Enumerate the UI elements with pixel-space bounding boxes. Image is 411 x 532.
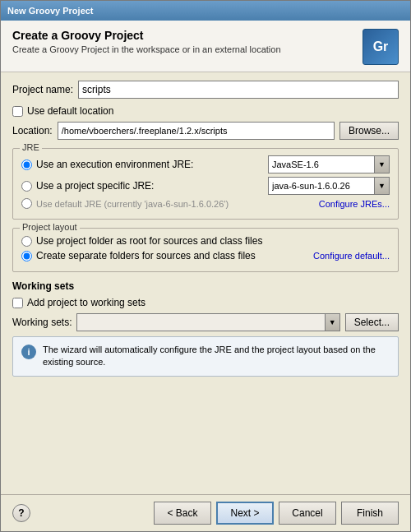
project-layout-group: Project layout Use project folder as roo… bbox=[12, 228, 399, 272]
groovy-icon: Gr bbox=[363, 29, 399, 65]
layout-option2-radio[interactable] bbox=[21, 251, 32, 261]
footer-buttons: < Back Next > Cancel Finish bbox=[154, 502, 399, 525]
project-layout-title: Project layout bbox=[20, 222, 80, 232]
jre-dropdown1-wrapper: ▼ bbox=[268, 155, 390, 173]
jre-option2-select[interactable] bbox=[268, 177, 375, 195]
next-button[interactable]: Next > bbox=[216, 502, 274, 525]
working-sets-section: Working sets Add project to working sets… bbox=[12, 280, 399, 331]
location-row: Location: Browse... bbox=[12, 122, 399, 140]
project-name-label: Project name: bbox=[12, 84, 73, 95]
jre-option2-row: Use a project specific JRE: ▼ bbox=[21, 177, 390, 195]
jre-option1-row: Use an execution environment JRE: ▼ bbox=[21, 155, 390, 173]
jre-option3-row: Use default JRE (currently 'java-6-sun-1… bbox=[21, 198, 390, 209]
add-working-sets-checkbox[interactable] bbox=[12, 298, 23, 308]
jre-option2-arrow[interactable]: ▼ bbox=[375, 177, 390, 195]
dialog-title: Create a Groovy Project bbox=[12, 29, 281, 42]
header-section: Create a Groovy Project Create a Groovy … bbox=[1, 21, 410, 72]
info-box: i The wizard will automatically configur… bbox=[12, 336, 399, 377]
finish-button[interactable]: Finish bbox=[341, 502, 399, 525]
working-sets-title: Working sets bbox=[12, 280, 74, 292]
working-sets-label: Working sets: bbox=[12, 317, 72, 328]
jre-option1-arrow[interactable]: ▼ bbox=[375, 155, 390, 173]
footer: ? < Back Next > Cancel Finish bbox=[1, 494, 410, 531]
back-button[interactable]: < Back bbox=[154, 502, 211, 525]
layout-option1-label: Use project folder as root for sources a… bbox=[36, 235, 390, 247]
jre-option2-radio[interactable] bbox=[21, 181, 32, 192]
select-button[interactable]: Select... bbox=[345, 313, 399, 331]
project-name-input[interactable] bbox=[78, 81, 399, 99]
layout-option1-radio[interactable] bbox=[21, 236, 32, 247]
location-label: Location: bbox=[12, 125, 53, 136]
info-text: The wizard will automatically configure … bbox=[43, 344, 390, 369]
configure-jres-link[interactable]: Configure JREs... bbox=[319, 199, 390, 209]
browse-button[interactable]: Browse... bbox=[339, 122, 399, 140]
jre-option1-select[interactable] bbox=[268, 155, 375, 173]
working-sets-arrow[interactable]: ▼ bbox=[326, 313, 340, 331]
layout-option1-row: Use project folder as root for sources a… bbox=[21, 235, 390, 247]
content-area: Project name: Use default location Locat… bbox=[1, 72, 410, 494]
jre-option1-label: Use an execution environment JRE: bbox=[36, 159, 268, 170]
jre-group: JRE Use an execution environment JRE: ▼ … bbox=[12, 148, 399, 220]
dialog-subtitle: Create a Groovy Project in the workspace… bbox=[12, 44, 281, 54]
titlebar-text: New Groovy Project bbox=[7, 6, 94, 16]
jre-option1-radio[interactable] bbox=[21, 160, 32, 170]
header-text: Create a Groovy Project Create a Groovy … bbox=[12, 29, 281, 54]
layout-option2-row: Create separate folders for sources and … bbox=[21, 250, 390, 261]
jre-option3-label: Use default JRE (currently 'java-6-sun-1… bbox=[36, 199, 319, 209]
help-button[interactable]: ? bbox=[12, 504, 30, 522]
working-sets-input-row: Working sets: ▼ Select... bbox=[12, 313, 399, 331]
jre-dropdown2-wrapper: ▼ bbox=[268, 177, 390, 195]
configure-default-link[interactable]: Configure default... bbox=[313, 251, 390, 261]
layout-option2-label: Create separate folders for sources and … bbox=[36, 250, 313, 261]
working-sets-dropdown-wrapper: ▼ bbox=[76, 313, 339, 331]
working-sets-input[interactable] bbox=[76, 313, 325, 331]
location-input[interactable] bbox=[58, 122, 335, 140]
project-name-row: Project name: bbox=[12, 81, 399, 99]
jre-option2-label: Use a project specific JRE: bbox=[36, 180, 268, 192]
dialog-window: New Groovy Project Create a Groovy Proje… bbox=[0, 0, 411, 532]
titlebar: New Groovy Project bbox=[1, 1, 410, 21]
jre-group-title: JRE bbox=[20, 142, 42, 152]
default-location-row: Use default location bbox=[12, 105, 399, 117]
add-working-sets-label: Add project to working sets bbox=[27, 297, 145, 308]
jre-option3-radio[interactable] bbox=[21, 198, 32, 209]
footer-left: ? bbox=[12, 504, 30, 522]
default-location-label: Use default location bbox=[27, 105, 113, 117]
add-working-sets-row: Add project to working sets bbox=[12, 297, 399, 308]
default-location-checkbox[interactable] bbox=[12, 106, 23, 117]
cancel-button[interactable]: Cancel bbox=[279, 502, 336, 525]
info-icon: i bbox=[21, 345, 36, 359]
